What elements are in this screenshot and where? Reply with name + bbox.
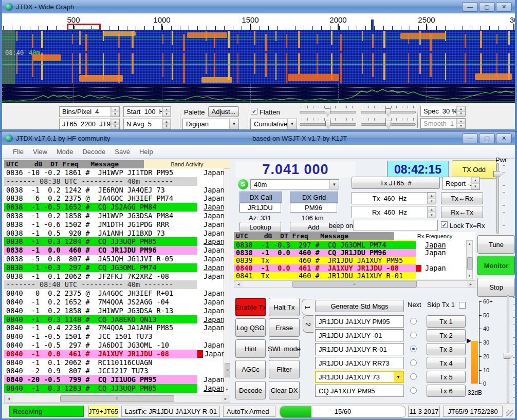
tx1-message-field[interactable]: JR1JDU JA1XUY PM95 [315,315,404,328]
decode-row[interactable]: 0840 -1 0.3 1148 # CQ JA8EKO QN13Japan [4,315,230,324]
decode-row[interactable]: 0838 -1 -0.6 1502 # JM1DTH JG1PDG RRRJap… [4,220,230,229]
maximize-icon[interactable]: ▢ [479,133,495,143]
tx2-radio[interactable] [410,332,417,338]
rx-frequency-hscrollbar[interactable]: ≡ [234,280,475,288]
halt-tx-button[interactable]: Halt Tx [269,298,300,316]
agcc-button[interactable]: AGCc [235,360,266,378]
decode-button[interactable]: Decode [235,381,266,399]
tx3-radio[interactable] [410,346,417,352]
gain-slider-1[interactable] [300,106,356,117]
band-select[interactable]: 40m [250,179,339,189]
jt65-jt9-split-spinner[interactable]: JT65 2200 JT9 [59,119,120,129]
gain-slider-2[interactable] [361,106,416,117]
dx-call-field[interactable]: JR1JDU [239,203,281,213]
band-activity-vscrollbar[interactable]: ≡ ▼ [224,168,230,393]
monitor-button[interactable]: Monitor [477,256,515,275]
menu-decode[interactable]: Decode [78,148,110,156]
dx-grid-field[interactable]: PM96 [290,203,337,213]
zero-slider-2[interactable] [361,118,416,129]
decode-row[interactable]: 0840 -1 0.3 1283 # CQ JJ3UQP PM85Japan [4,384,230,393]
bins-per-pixel-spinner[interactable]: Bins/Pixel 4 [59,106,120,117]
flatten-checkbox[interactable] [251,108,257,114]
swl-mode-button[interactable]: SWL mode [269,339,300,358]
erase-button[interactable]: Erase [269,318,300,337]
log-qso-button[interactable]: Log QSO [235,318,266,337]
tx6-button[interactable]: Tx 6 [427,385,466,397]
report-spinner[interactable]: Report -1 [442,177,480,190]
clear-dx-button[interactable]: Clear DX [269,381,300,399]
decode-row[interactable]: 0840 -1 0.1 2062 # RC110116CUAGN [4,358,230,367]
tx6-radio[interactable] [410,387,417,394]
decode-row[interactable]: ------- 08:38 UTC ---------- 40m ------- [4,177,230,186]
decode-row[interactable]: 0838 -1 -0.3 297 # CQ JG3OML PM74Japan [234,241,475,249]
menu-save[interactable]: Save [110,148,135,156]
palette-adjust-button[interactable]: Adjust... [208,106,239,117]
decode-row[interactable]: 0840 -1 0.0 461 # JA1XUY JR1JDU -08Japan [4,350,230,358]
minimize-icon[interactable]: — [462,133,478,143]
decode-row[interactable]: 0838 -1 0.1 2062 # JF2FKJ 7K2XRZ -08Japa… [4,272,230,281]
close-icon[interactable]: ✕ [496,133,512,143]
waterfall[interactable]: 08:40 40m [2,30,515,84]
tx2-button[interactable]: Tx 2 [427,329,466,341]
lock-txrx-checkbox[interactable] [441,221,448,228]
decode-row[interactable]: 0840 -1 -0.5 1501 # JCC 1501 TU73 [4,332,230,341]
beep-input[interactable] [354,220,438,231]
menu-file[interactable]: File [8,148,28,156]
n-avg-spinner[interactable]: N Avg 5 [123,119,171,129]
maximize-icon[interactable]: ▢ [479,2,495,12]
spectrum-display[interactable] [2,84,515,103]
decode-row[interactable]: 0838 -1 -0.5 1652 # CQ JS2AGG PM84Japan [4,203,230,212]
band-activity-hscrollbar[interactable]: ≡ [4,395,230,403]
tx5-button[interactable]: Tx 5 [427,371,466,383]
lookup-button[interactable]: Lookup [239,222,281,232]
enable-tx-button[interactable]: Enable Tx [235,298,266,316]
tx5-radio[interactable] [410,373,417,380]
main-titlebar[interactable]: JTDX v17.6.1 by HF community based on WS… [2,131,515,145]
decode-row[interactable]: 0838 -1 0.5 920 # JA1ANH JI1BXD 73Japan [4,229,230,238]
decode-row[interactable]: 0840 0 0.2 2375 @ JA4GOC JH3IEF R+01Japa… [4,289,230,298]
rx-frequency-vscrollbar[interactable]: ▲ ▼ [466,240,473,279]
tx5-message-combo[interactable]: JR1JDU JA1XUY 73 ▼ [315,371,404,383]
spec-percent-spinner[interactable]: Spec 30 % [420,106,466,117]
stop-button[interactable]: Stop [477,278,515,297]
decode-row[interactable]: 0840 -1 0.2 1858 # JH1WVP JG3DSA R-13Jap… [4,307,230,315]
frequency-scale[interactable]: 500100015002000250030 [2,14,515,30]
hint-button[interactable]: Hint [235,339,266,358]
tab-messages-1[interactable]: 1 [302,299,313,315]
resize-grip[interactable] [506,410,513,416]
decode-row[interactable]: 0839 Tx 460 # JR1JDU JA1XUY PM95 [234,257,475,264]
zero-slider-1[interactable] [300,118,356,129]
decode-row[interactable]: 0836 -10 -0.2 1861 # JH1WVP JI1TDR PM95J… [4,168,230,177]
tx3-button[interactable]: Tx 3 [427,343,466,355]
rx-freq-spinner[interactable]: Rx 460 Hz [352,206,436,218]
tx-mode-button[interactable]: Tx JT65 # [352,177,440,189]
smooth-spinner[interactable]: Smooth 1 [420,118,466,129]
decode-row[interactable]: 0838 -1 0.2 1858 # JH1WVP JG3DSA PM84Jap… [4,212,230,220]
tab-rx-frequency[interactable]: Rx Frequency [394,232,475,240]
tune-button[interactable]: Tune [477,235,515,254]
decode-row[interactable]: 0838 -1 0.0 460 # CQ JR1JDU PM96Japan [4,246,230,255]
decode-row[interactable]: 0841 Tx 460 # JR1JDU JA1XUY R-01 [234,272,475,279]
decode-row[interactable]: ------- 08:40 UTC ---------- 40m ------- [4,280,230,289]
tx4-message-field[interactable]: JR1JDU JA1XUY RR73 [315,357,404,369]
decode-row[interactable]: 0840 -1 0.2 1652 # 7M4QOA JS2AGG -04Japa… [4,298,230,307]
minimize-icon[interactable]: — [462,2,478,12]
pwr-slider[interactable] [493,163,506,234]
menu-view[interactable]: View [28,148,52,156]
generate-std-msgs-button[interactable]: Generate Std Msgs [315,300,404,312]
decode-row[interactable]: 0838 -5 0.8 807 # JA5JQH JG1JVI R-05Japa… [4,255,230,263]
close-icon[interactable]: ✕ [496,2,512,12]
tx4-button[interactable]: Tx 4 [427,357,466,369]
decode-row[interactable]: 0838 -1 -0.3 297 # CQ JG3OML PM74Japan [4,263,230,272]
palette-select[interactable]: Digipan [182,119,239,129]
decode-row[interactable]: 0838 -1 0.2 1242 # JE6RQN JA4QEJ 73Japan [4,186,230,195]
decode-row[interactable]: 0840 -20 -0.5 799 # CQ JI1UOG PM95Japan [4,375,230,384]
tx4-radio[interactable] [410,359,417,366]
decode-row[interactable]: 0840 -2 0.9 807 # JCC1217 TU73 [4,367,230,375]
tx1-radio[interactable] [410,318,417,324]
tx3-message-field[interactable]: JR1JDU JA1XUY R-01 [315,343,404,355]
chevron-down-icon[interactable]: ▼ [394,372,403,382]
rx-from-tx-button[interactable]: Rx←Tx [441,206,483,218]
decode-row[interactable]: 0838 -1 0.3 1284 # CQ JJ3UQP PM85Japan [4,237,230,246]
filter-button[interactable]: Filter [269,360,300,378]
